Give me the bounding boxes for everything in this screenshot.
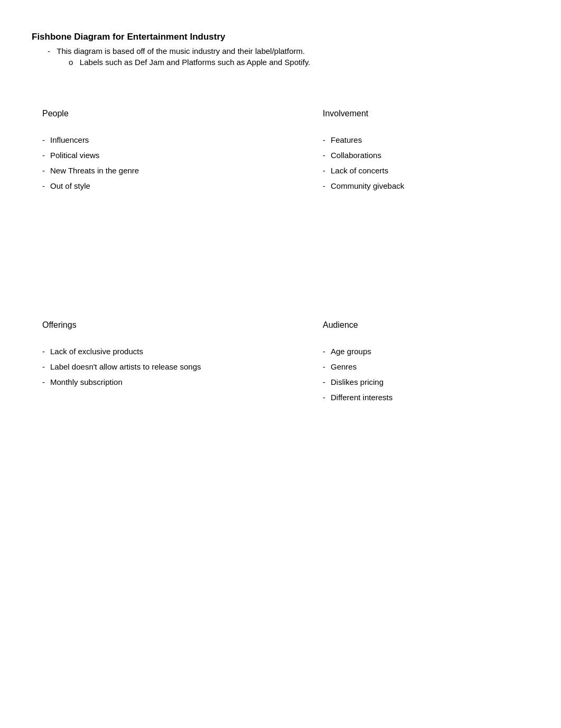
- sub-subtitle: o Labels such as Def Jam and Platforms s…: [69, 58, 529, 67]
- list-item: - Lack of exclusive products: [42, 346, 265, 357]
- list-item: - Lack of concerts: [323, 165, 513, 176]
- dash-icon: -: [323, 150, 325, 161]
- item-text: New Threats in the genre: [50, 165, 265, 176]
- list-item: - Age groups: [323, 346, 513, 357]
- involvement-label: Involvement: [323, 109, 513, 118]
- header-section: Fishbone Diagram for Entertainment Indus…: [32, 32, 529, 67]
- offerings-quadrant: Offerings - Lack of exclusive products -…: [32, 310, 280, 511]
- dash-icon: -: [323, 376, 325, 388]
- dash-icon: -: [42, 346, 45, 357]
- subtitle: - This diagram is based off of the music…: [48, 47, 529, 56]
- list-item: - Genres: [323, 361, 513, 372]
- list-item: - New Threats in the genre: [42, 165, 265, 176]
- item-text: Dislikes pricing: [331, 376, 513, 388]
- audience-list: - Age groups - Genres - Dislikes pricing…: [323, 346, 513, 403]
- item-text: Community giveback: [331, 180, 513, 191]
- dash-icon: -: [42, 134, 45, 145]
- audience-quadrant: Audience - Age groups - Genres - Dislike…: [280, 310, 529, 511]
- dash-icon: -: [42, 376, 45, 388]
- dash-bullet: -: [48, 47, 57, 56]
- dash-icon: -: [42, 165, 45, 176]
- item-text: Collaborations: [331, 150, 513, 161]
- item-text: Influencers: [50, 134, 265, 145]
- people-label: People: [42, 109, 265, 118]
- item-text: Label doesn't allow artists to release s…: [50, 361, 265, 372]
- list-item: - Monthly subscription: [42, 376, 265, 388]
- page-content: Fishbone Diagram for Entertainment Indus…: [0, 0, 561, 542]
- list-item: - Political views: [42, 150, 265, 161]
- offerings-list: - Lack of exclusive products - Label doe…: [42, 346, 265, 388]
- item-text: Age groups: [331, 346, 513, 357]
- item-text: Monthly subscription: [50, 376, 265, 388]
- involvement-quadrant: Involvement - Features - Collaborations …: [280, 98, 529, 310]
- list-item: - Influencers: [42, 134, 265, 145]
- list-item: - Out of style: [42, 180, 265, 191]
- dash-icon: -: [323, 165, 325, 176]
- audience-label: Audience: [323, 320, 513, 330]
- dash-icon: -: [323, 346, 325, 357]
- list-item: - Dislikes pricing: [323, 376, 513, 388]
- dash-icon: -: [42, 361, 45, 372]
- list-item: - Collaborations: [323, 150, 513, 161]
- dash-icon: -: [323, 134, 325, 145]
- dash-icon: -: [323, 392, 325, 403]
- item-text: Features: [331, 134, 513, 145]
- item-text: Different interests: [331, 392, 513, 403]
- item-text: Out of style: [50, 180, 265, 191]
- people-quadrant: People - Influencers - Political views -…: [32, 98, 280, 310]
- item-text: Genres: [331, 361, 513, 372]
- quadrant-grid: People - Influencers - Political views -…: [32, 98, 529, 511]
- item-text: Political views: [50, 150, 265, 161]
- main-title: Fishbone Diagram for Entertainment Indus…: [32, 32, 529, 42]
- offerings-label: Offerings: [42, 320, 265, 330]
- item-text: Lack of exclusive products: [50, 346, 265, 357]
- item-text: Lack of concerts: [331, 165, 513, 176]
- involvement-list: - Features - Collaborations - Lack of co…: [323, 134, 513, 191]
- list-item: - Community giveback: [323, 180, 513, 191]
- dash-icon: -: [42, 180, 45, 191]
- dash-icon: -: [323, 180, 325, 191]
- o-bullet: o: [69, 58, 80, 67]
- dash-icon: -: [323, 361, 325, 372]
- list-item: - Features: [323, 134, 513, 145]
- dash-icon: -: [42, 150, 45, 161]
- list-item: - Different interests: [323, 392, 513, 403]
- people-list: - Influencers - Political views - New Th…: [42, 134, 265, 191]
- list-item: - Label doesn't allow artists to release…: [42, 361, 265, 372]
